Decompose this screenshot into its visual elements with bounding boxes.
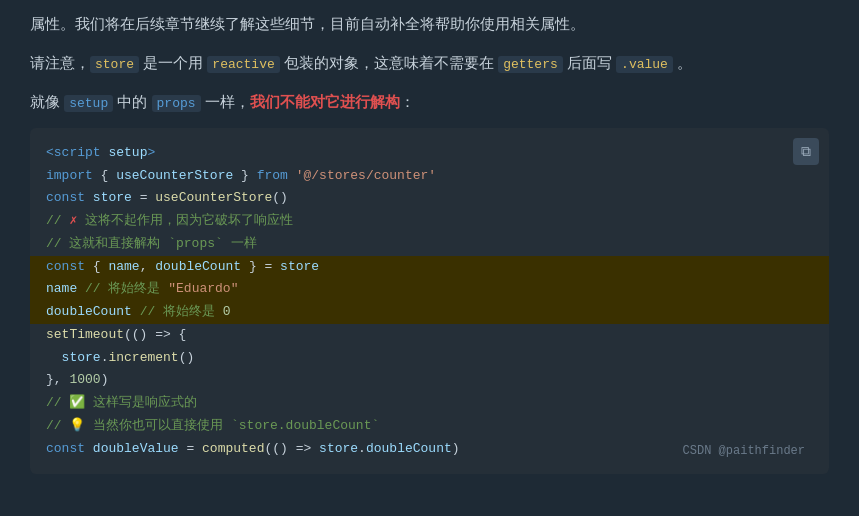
para2-part3: 包装的对象，这意味着不需要在 [280, 54, 498, 71]
para3-bold: 我们不能对它进行解构 [250, 93, 400, 110]
code-line-2: import { useCounterStore } from '@/store… [46, 165, 813, 188]
code-getters: getters [498, 56, 563, 73]
code-store: store [90, 56, 139, 73]
code-line-9: setTimeout(() => { [46, 324, 813, 347]
para3-part3: 一样， [201, 93, 250, 110]
paragraph-store-reactive: 请注意，store 是一个用 reactive 包装的对象，这意味着不需要在 g… [30, 49, 829, 76]
watermark: CSDN @paithfinder [683, 441, 805, 462]
code-props: props [152, 95, 201, 112]
code-value: .value [616, 56, 673, 73]
para2-part2: 是一个用 [139, 54, 207, 71]
paragraph-attr: 属性。我们将在后续章节继续了解这些细节，目前自动补全将帮助你使用相关属性。 [30, 10, 829, 37]
code-line-6: const { name, doubleCount } = store [30, 256, 829, 279]
page-wrapper: 属性。我们将在后续章节继续了解这些细节，目前自动补全将帮助你使用相关属性。 请注… [0, 0, 859, 516]
code-line-1: <script setup> [46, 142, 813, 165]
para2-part4: 后面写 [563, 54, 616, 71]
code-line-3: const store = useCounterStore() [46, 187, 813, 210]
code-line-13: // 💡 当然你也可以直接使用 `store.doubleCount` [46, 415, 813, 438]
code-block: ⧉ <script setup> import { useCounterStor… [30, 128, 829, 475]
paragraph-destructure: 就像 setup 中的 props 一样，我们不能对它进行解构： [30, 88, 829, 115]
para2-part1: 请注意， [30, 54, 90, 71]
code-setup: setup [64, 95, 113, 112]
para3-part2: 中的 [113, 93, 151, 110]
paragraph-attr-text: 属性。我们将在后续章节继续了解这些细节，目前自动补全将帮助你使用相关属性。 [30, 15, 585, 32]
code-line-8: doubleCount // 将始终是 0 [30, 301, 829, 324]
code-reactive: reactive [207, 56, 279, 73]
para3-part1: 就像 [30, 93, 64, 110]
code-line-10: store.increment() [46, 347, 813, 370]
para2-part5: 。 [673, 54, 692, 71]
code-line-12: // ✅ 这样写是响应式的 [46, 392, 813, 415]
code-line-4: // ✗ 这将不起作用，因为它破坏了响应性 [46, 210, 813, 233]
code-line-5: // 这就和直接解构 `props` 一样 [46, 233, 813, 256]
code-line-7: name // 将始终是 "Eduardo" [30, 278, 829, 301]
para3-end: ： [400, 93, 415, 110]
code-line-11: }, 1000) [46, 369, 813, 392]
copy-button[interactable]: ⧉ [793, 138, 819, 165]
